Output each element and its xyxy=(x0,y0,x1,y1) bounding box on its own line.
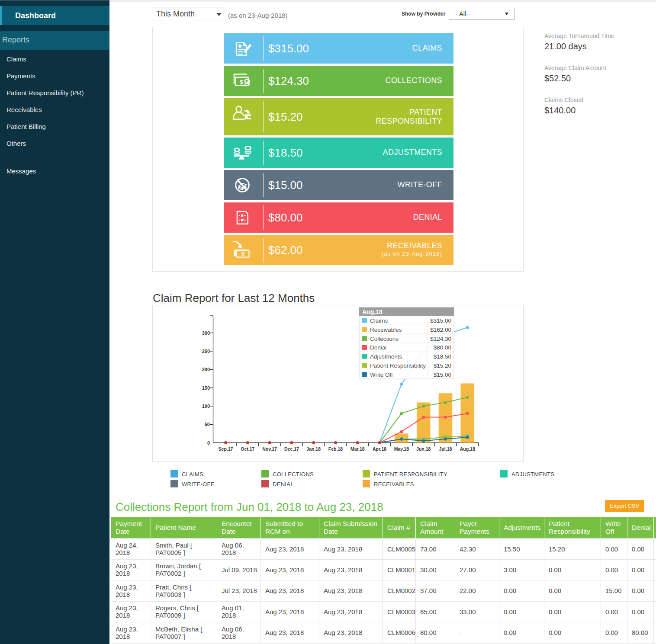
svg-text:Aug,18: Aug,18 xyxy=(460,446,475,452)
svg-text:Dec,17: Dec,17 xyxy=(284,446,299,452)
svg-text:Receivables: Receivables xyxy=(370,327,402,333)
svg-text:Jul,18: Jul,18 xyxy=(439,446,452,452)
svg-text:$: $ xyxy=(240,79,243,85)
svg-text:$15.00: $15.00 xyxy=(434,372,451,378)
svg-text:Claims: Claims xyxy=(370,317,388,324)
svg-text:Apr,18: Apr,18 xyxy=(373,446,386,452)
svg-text:100: 100 xyxy=(202,404,210,409)
svg-text:Jan,18: Jan,18 xyxy=(306,446,321,452)
svg-text:$15.20: $15.20 xyxy=(434,362,451,369)
svg-text:0: 0 xyxy=(207,440,210,445)
svg-text:Denial: Denial xyxy=(370,344,386,351)
svg-text:Feb,18: Feb,18 xyxy=(328,446,343,452)
svg-text:Collections: Collections xyxy=(370,336,399,342)
svg-text:Aug,18: Aug,18 xyxy=(362,308,383,315)
svg-text:Write Off: Write Off xyxy=(370,372,393,378)
svg-text:$: $ xyxy=(241,250,245,257)
svg-text:Adjustments: Adjustments xyxy=(370,353,402,360)
svg-text:$80.00: $80.00 xyxy=(434,344,451,351)
svg-text:200: 200 xyxy=(202,367,210,372)
svg-text:$124.30: $124.30 xyxy=(430,336,451,342)
svg-text:Jun,18: Jun,18 xyxy=(416,446,431,452)
svg-text:150: 150 xyxy=(202,385,210,391)
svg-text:300: 300 xyxy=(202,330,210,336)
svg-text:50: 50 xyxy=(205,422,210,427)
svg-text:Oct,17: Oct,17 xyxy=(241,446,254,452)
svg-text:$18.50: $18.50 xyxy=(434,353,451,360)
svg-text:$162.00: $162.00 xyxy=(430,327,451,333)
svg-text:$315.00: $315.00 xyxy=(430,317,451,324)
svg-text:250: 250 xyxy=(202,349,210,354)
svg-text:May,18: May,18 xyxy=(394,446,409,452)
svg-text:Mar,18: Mar,18 xyxy=(351,446,365,452)
svg-text:Sep,17: Sep,17 xyxy=(219,446,233,452)
svg-text:Nov,17: Nov,17 xyxy=(262,446,277,452)
svg-text:Patient Responsibility: Patient Responsibility xyxy=(370,362,426,369)
